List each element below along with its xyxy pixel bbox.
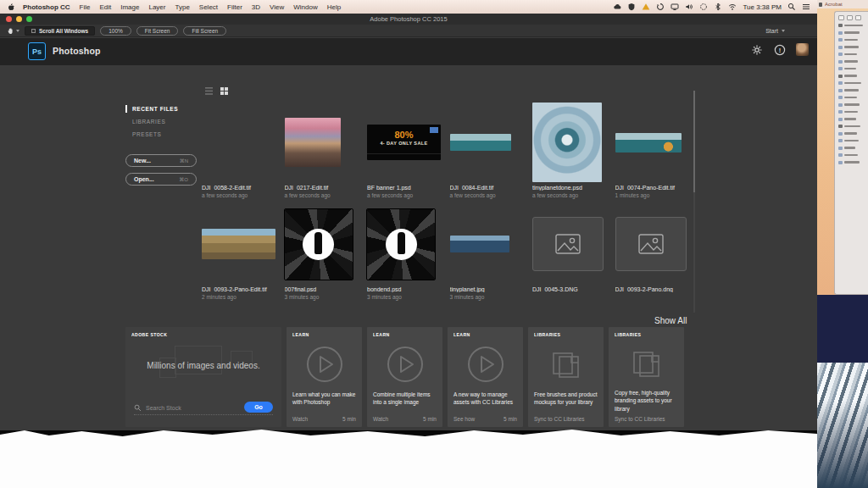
mail-folder-icon xyxy=(838,96,843,99)
file-thumbnail-placeholder xyxy=(615,217,687,271)
tool-preset-caret xyxy=(16,30,19,32)
card-description: Combine multiple items into a single ima… xyxy=(373,391,437,413)
apple-menu-icon[interactable] xyxy=(7,3,15,11)
cloud-icon[interactable] xyxy=(613,3,621,11)
circle-icon[interactable] xyxy=(699,3,708,11)
workspace-caret xyxy=(782,30,785,32)
card-footer: See how5 min xyxy=(453,416,517,422)
mail-row-text-bar xyxy=(844,82,861,85)
sidebar-item-libraries[interactable]: LIBRARIES xyxy=(125,119,178,125)
menu-item-help[interactable]: Help xyxy=(327,3,341,11)
wifi-icon[interactable] xyxy=(728,3,737,11)
card-action-link[interactable]: Watch xyxy=(373,416,388,422)
show-all-link[interactable]: Show All xyxy=(654,316,687,325)
promo-card-libraries[interactable]: LIBRARIESFree brushes and product mockup… xyxy=(528,327,604,427)
menu-photoshop-cc[interactable]: Photoshop CC xyxy=(23,3,70,11)
menu-item-3d[interactable]: 3D xyxy=(252,3,260,11)
sync-icon[interactable] xyxy=(656,3,665,11)
file-thumbnail-zone xyxy=(615,103,690,182)
grid-view-icon[interactable] xyxy=(220,87,228,95)
window-titlebar[interactable]: Adobe Photoshop CC 2015 xyxy=(0,14,817,25)
settings-gear-icon[interactable] xyxy=(750,43,763,56)
banner-product-strip xyxy=(367,153,441,160)
menu-item-select[interactable]: Select xyxy=(199,3,218,11)
recent-file-item[interactable]: tinyplanet.jpg3 minutes ago xyxy=(450,204,525,304)
card-action-link[interactable]: See how xyxy=(453,416,475,422)
card-action-link[interactable]: Sync to CC Libraries xyxy=(534,416,585,422)
file-thumbnail-zone xyxy=(532,103,607,182)
secondary-app-icon xyxy=(819,3,822,7)
mail-row-text-bar xyxy=(844,154,858,157)
display-icon[interactable] xyxy=(670,3,679,11)
workspace-switcher[interactable]: Start xyxy=(765,28,785,34)
options-button-fit-screen[interactable]: Fit Screen xyxy=(136,26,179,36)
secondary-menu-bar: Acrobat xyxy=(817,0,868,8)
card-action-link[interactable]: Sync to CC Libraries xyxy=(615,416,665,422)
file-timestamp: 1 minutes ago xyxy=(615,192,690,198)
menu-item-window[interactable]: Window xyxy=(293,3,317,11)
file-name: DJI_0058-2-Edit.tif xyxy=(202,185,276,191)
file-name: DJI_0074-Pano-Edit.tif xyxy=(615,185,690,191)
new-file-button[interactable]: New... ⌘N xyxy=(125,154,197,167)
recent-file-item[interactable]: DJI_0045-3.DNG xyxy=(532,204,607,304)
user-avatar[interactable] xyxy=(796,43,809,56)
sidebar-item-presets[interactable]: PRESETS xyxy=(125,131,178,137)
recent-file-item[interactable]: DJI_0084-Edit.tifa few seconds ago xyxy=(450,103,525,202)
notification-center-icon[interactable] xyxy=(802,3,810,11)
play-icon xyxy=(292,338,356,391)
macos-menu-bar: Photoshop CC FileEditImageLayerTypeSelec… xyxy=(0,0,817,14)
scroll-all-windows-checkbox[interactable]: Scroll All Windows xyxy=(25,26,95,36)
promo-card-learn[interactable]: LEARNCombine multiple items into a singl… xyxy=(367,327,442,427)
menu-item-image[interactable]: Image xyxy=(120,3,139,11)
recent-file-item[interactable]: DJI_0217-Edit.tifa few seconds ago xyxy=(285,103,359,202)
recent-file-item[interactable]: 80%4- DAY ONLY SALEBF banner 1.psda few … xyxy=(367,103,442,202)
promo-card-libraries[interactable]: LIBRARIESCopy free, high-quality brandin… xyxy=(609,327,684,427)
recent-file-item[interactable]: 007final.psd3 minutes ago xyxy=(285,204,359,304)
options-button-fill-screen[interactable]: Fill Screen xyxy=(183,26,226,36)
mail-folder-icon xyxy=(838,67,843,70)
menu-item-filter[interactable]: Filter xyxy=(227,3,242,11)
sidebar-item-recent-files[interactable]: RECENT FILES xyxy=(125,106,178,112)
promo-card-learn[interactable]: LEARNLearn what you can make with Photos… xyxy=(287,327,362,427)
menu-item-layer[interactable]: Layer xyxy=(148,3,165,11)
mail-row-text-bar xyxy=(844,111,858,114)
menu-item-file[interactable]: File xyxy=(80,3,91,11)
menu-item-type[interactable]: Type xyxy=(175,3,189,11)
warning-icon[interactable] xyxy=(642,3,650,11)
mail-row-text-bar xyxy=(844,46,859,48)
file-thumbnail-zone xyxy=(450,204,525,284)
bluetooth-icon[interactable] xyxy=(714,3,722,11)
card-action-link[interactable]: Watch xyxy=(292,416,308,422)
scrollbar-thumb[interactable] xyxy=(693,91,695,192)
spotlight-icon[interactable] xyxy=(787,3,796,11)
volume-icon[interactable] xyxy=(685,3,693,11)
play-icon xyxy=(373,338,437,391)
shield-icon[interactable] xyxy=(627,3,636,11)
mail-list-row xyxy=(838,38,866,42)
file-timestamp: a few seconds ago xyxy=(532,192,607,198)
recent-file-item[interactable]: DJI_0058-2-Edit.tifa few seconds ago xyxy=(202,103,276,202)
options-button-100-[interactable]: 100% xyxy=(100,26,131,36)
open-file-button[interactable]: Open... ⌘O xyxy=(125,173,197,186)
app-name: Photoshop xyxy=(53,46,101,56)
file-thumbnail-zone: 80%4- DAY ONLY SALE xyxy=(367,103,442,182)
go-button[interactable]: Go xyxy=(244,402,273,413)
mail-list-row xyxy=(838,75,866,78)
recent-file-item[interactable]: bondend.psd3 minutes ago xyxy=(367,204,442,304)
recent-file-item[interactable]: DJI_0093-2-Pano-Edit.tif2 minutes ago xyxy=(202,204,276,304)
help-icon[interactable]: ! xyxy=(773,43,786,56)
menu-item-edit[interactable]: Edit xyxy=(99,3,111,11)
hand-tool-icon[interactable] xyxy=(7,27,19,35)
wallpaper-sky xyxy=(817,295,868,363)
menu-clock: Tue 3:38 PM xyxy=(743,3,782,11)
adobe-stock-card[interactable]: ADOBE STOCK Millions of images and video… xyxy=(125,327,281,427)
recent-file-item[interactable]: tinyplanetdone.psda few seconds ago xyxy=(532,103,607,202)
wallpaper-mountain xyxy=(817,363,868,488)
mail-folder-icon xyxy=(838,132,843,136)
recent-file-item[interactable]: DJI_0074-Pano-Edit.tif1 minutes ago xyxy=(615,103,690,202)
stock-search-field[interactable]: Search Stock Go xyxy=(134,402,273,415)
list-view-icon[interactable] xyxy=(205,87,213,95)
recent-file-item[interactable]: DJI_0093-2-Pano.dng xyxy=(615,204,690,304)
promo-card-learn[interactable]: LEARNA new way to manage assets with CC … xyxy=(448,327,523,427)
menu-item-view[interactable]: View xyxy=(270,3,284,11)
